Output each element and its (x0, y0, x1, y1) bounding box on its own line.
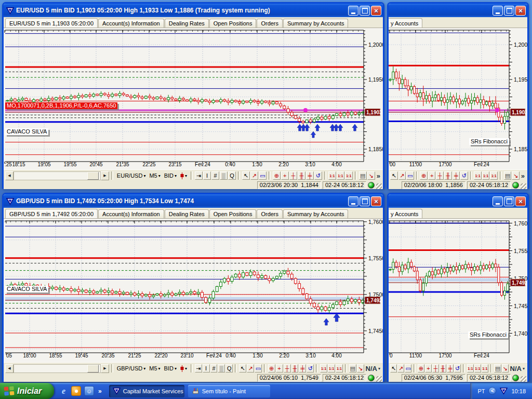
cursor-icon[interactable]: ↖ (390, 364, 397, 373)
scale-1to1-free-icon[interactable]: 1:1 (345, 171, 353, 180)
scale-1to1-free-icon[interactable]: 1:1 (482, 364, 488, 373)
tab-eur-usd-5-min-1-1903-05-20-00[interactable]: EUR/USD 5 min 1,1903 05:20:00 (5, 18, 98, 28)
na-dropdown[interactable]: N/A ▾ (509, 365, 526, 373)
close-button[interactable]: × (371, 196, 381, 206)
cursor-icon[interactable]: ↖ (239, 364, 246, 373)
report-icon[interactable]: ▤ (349, 364, 356, 373)
price-chart-gbpusd-5min[interactable]: 0518:0018:5519:4520:3521:2522:2023:10Fev… (4, 219, 383, 362)
crosshair-h-icon[interactable]: ╪ (299, 364, 306, 373)
symbol-dropdown[interactable]: EUR/USD ▾ (115, 172, 148, 179)
select-region-icon[interactable]: ▒ (220, 171, 228, 180)
crosshair-icon[interactable]: ┼ (436, 171, 444, 180)
scroll-right-button[interactable]: ▶ (101, 171, 109, 180)
pointer-icon[interactable]: ↗ (250, 171, 258, 180)
rect-select-icon[interactable]: ▭ (406, 171, 414, 180)
period-dropdown[interactable]: M5 ▾ (148, 172, 162, 179)
crosshair-v-icon[interactable]: ╫ (298, 171, 305, 180)
refresh-icon[interactable]: ↺ (460, 171, 468, 180)
refresh-icon[interactable]: ↺ (454, 364, 461, 373)
crosshair-h-icon[interactable]: ╪ (306, 171, 314, 180)
rect-select-icon[interactable]: ▭ (255, 364, 262, 373)
price-chart-gbpusd-hourly[interactable]: 011:0017:00Fev.241,76001,75501,75001,745… (389, 219, 527, 362)
quotes-icon[interactable]: Q (225, 364, 233, 373)
close-button[interactable]: × (371, 6, 381, 16)
snap-cross-icon[interactable]: + (281, 171, 289, 180)
quicklaunch-overflow-chevron[interactable]: » (98, 388, 102, 395)
close-button[interactable]: × (515, 6, 526, 16)
scale-1to1-free-icon[interactable]: 1:1 (490, 171, 498, 180)
titlebar-gbpusd[interactable]: GBP/USD 5 min BID 1,7492 05:20:00 High 1… (4, 194, 383, 208)
scale-1to1-v-icon[interactable]: 1:1 (467, 364, 474, 373)
scroll-right-button[interactable]: ▶ (101, 364, 109, 373)
crosshair-icon[interactable]: ┼ (289, 171, 297, 180)
messenger-icon[interactable]: ☺ (84, 386, 94, 396)
tray-language-indicator[interactable]: PT (477, 388, 485, 394)
fit-vertical-icon[interactable]: I (203, 364, 210, 373)
maximize-button[interactable] (360, 6, 370, 16)
pointer-icon[interactable]: ↗ (397, 364, 404, 373)
maximize-button[interactable] (504, 6, 514, 16)
rect-select-icon[interactable]: ▭ (259, 171, 267, 180)
close-button[interactable]: × (515, 196, 526, 206)
resize-grip[interactable] (376, 376, 382, 382)
scale-1to1-v-icon[interactable]: 1:1 (320, 364, 327, 373)
scale-1to1-h-icon[interactable]: 1:1 (482, 171, 490, 180)
period-dropdown[interactable]: M5 ▾ (148, 365, 162, 372)
tab-open-positions[interactable]: Open Positions (209, 19, 257, 28)
pointer-icon[interactable]: ↗ (398, 171, 406, 180)
tab-dealing-rates[interactable]: Dealing Rates (165, 209, 209, 218)
refresh-icon[interactable]: ↺ (307, 364, 314, 373)
report-icon[interactable]: ▤ (504, 171, 512, 180)
tray-hide-icons-button[interactable]: < (488, 387, 496, 395)
zoom-in-icon[interactable]: ⊕ (268, 364, 275, 373)
zoom-in-icon[interactable]: ⊕ (273, 171, 281, 180)
crosshair-h-icon[interactable]: ╪ (447, 364, 454, 373)
resize-grip[interactable] (521, 183, 526, 189)
titlebar-eurusd-right[interactable]: × (389, 4, 527, 17)
zoom-in-icon[interactable]: ⊕ (418, 364, 424, 373)
scale-1to1-v-icon[interactable]: 1:1 (328, 171, 336, 180)
tab-orders[interactable]: Orders (257, 19, 283, 28)
taskbar-button-paint[interactable]: Sem título - Paint (188, 385, 270, 397)
pointer-icon[interactable]: ↗ (247, 364, 254, 373)
trend-icon[interactable]: ↘ (512, 171, 520, 180)
minimize-button[interactable] (348, 6, 358, 16)
scroll-left-button[interactable]: ◀ (5, 364, 14, 373)
tab-account-s-information[interactable]: Account(s) Information (98, 209, 164, 218)
taskbar-button-capital-market-services[interactable]: Capital Market Services (109, 385, 184, 397)
snap-cross-icon[interactable]: + (428, 171, 436, 180)
tab-account-s-information[interactable]: Account(s) Information (98, 19, 164, 28)
na-dropdown[interactable]: N/A ▾ (365, 365, 381, 373)
trend-icon[interactable]: ↘ (367, 171, 375, 180)
tab-open-positions[interactable]: Open Positions (209, 209, 257, 218)
chart-style-dropdown[interactable]: ▾ (179, 365, 189, 373)
minimize-button[interactable] (493, 196, 503, 206)
cursor-icon[interactable]: ↖ (242, 171, 250, 180)
time-scrollbar[interactable]: ◀▶ (5, 364, 109, 373)
tab-summary-by-accounts[interactable]: Summary by Accounts (283, 209, 348, 218)
minimize-button[interactable] (493, 6, 503, 16)
scale-1to1-v-icon[interactable]: 1:1 (474, 171, 482, 180)
resize-grip[interactable] (521, 376, 526, 382)
chart-style-dropdown[interactable]: ▾ (179, 172, 189, 180)
tab-gbp-usd-5-min-1-7492-05-20-00[interactable]: GBP/USD 5 min 1,7492 05:20:00 (5, 209, 98, 218)
cursor-icon[interactable]: ↖ (390, 171, 398, 180)
tab-summary-by-accounts-cut[interactable]: y Accounts (389, 18, 422, 28)
start-button[interactable]: Iniciar (0, 383, 54, 399)
symbol-dropdown[interactable]: GBP/USD ▾ (115, 365, 148, 372)
tab-orders[interactable]: Orders (257, 209, 283, 218)
goto-end-icon[interactable]: ⇥ (195, 364, 202, 373)
crosshair-v-icon[interactable]: ╫ (440, 364, 446, 373)
titlebar-eurusd[interactable]: EUR/USD 5 min BID 1,1903 05:20:00 High 1… (4, 4, 383, 17)
tray-cms-icon[interactable] (500, 387, 508, 395)
scrollbar-thumb[interactable] (87, 172, 99, 180)
price-chart-eurusd-hourly[interactable]: 0011:0017:00Fev.241,20001,19501,18501,19… (389, 28, 527, 169)
crosshair-icon[interactable]: ┼ (284, 364, 291, 373)
titlebar-gbpusd-right[interactable]: × (389, 194, 527, 208)
refresh-icon[interactable]: ↺ (314, 171, 322, 180)
maximize-button[interactable] (360, 196, 370, 206)
snap-cross-icon[interactable]: + (425, 364, 432, 373)
scrollbar-track[interactable] (14, 171, 101, 180)
crosshair-v-icon[interactable]: ╫ (291, 364, 299, 373)
scale-1to1-free-icon[interactable]: 1:1 (336, 364, 343, 373)
